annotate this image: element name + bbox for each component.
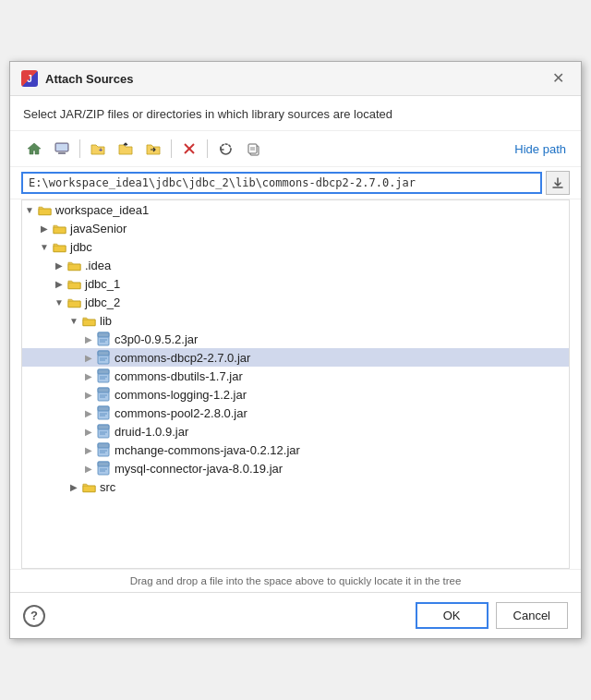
jar-icon (96, 461, 111, 476)
svg-rect-40 (98, 462, 109, 466)
jar-icon (96, 442, 111, 457)
help-button[interactable]: ? (23, 605, 45, 627)
tree-item[interactable]: commons-pool2-2.8.0.jar (22, 404, 569, 422)
folder-icon (37, 202, 52, 217)
tree-item[interactable]: javaSenior (22, 219, 569, 237)
tree-item[interactable]: mchange-commons-java-0.2.12.jar (22, 441, 569, 459)
tree-item-label: commons-dbcp2-2.7.0.jar (115, 351, 250, 365)
drag-hint: Drag and drop a file into the space abov… (10, 569, 581, 592)
toolbar-sep-1 (79, 139, 80, 158)
jar-icon (96, 387, 111, 402)
path-input[interactable] (21, 172, 542, 194)
hide-path-button[interactable]: Hide path (511, 140, 570, 158)
tree-item[interactable]: jdbc (22, 237, 569, 256)
folder-icon (52, 239, 66, 254)
delete-btn[interactable] (176, 137, 202, 161)
tree-item-label: workspace_idea1 (55, 203, 149, 217)
tree-item-label: druid-1.0.9.jar (115, 425, 188, 439)
toolbar-sep-2 (171, 139, 172, 158)
refresh-btn[interactable] (212, 137, 238, 161)
svg-rect-16 (98, 351, 109, 356)
footer: ? OK Cancel (10, 592, 581, 638)
title-bar: J Attach Sources ✕ (10, 62, 581, 96)
folder-icon (66, 295, 81, 309)
tree-item-label: lib (100, 314, 112, 328)
toolbar: + (10, 131, 581, 167)
copy-path-btn[interactable] (240, 137, 266, 161)
app-icon: J (21, 70, 38, 87)
svg-rect-2 (56, 144, 67, 151)
folder-icon (66, 276, 81, 291)
ok-button[interactable]: OK (416, 602, 488, 629)
tree-item[interactable]: workspace_idea1 (22, 200, 569, 219)
tree-item[interactable]: src (22, 477, 569, 496)
tree-item-label: jdbc (70, 240, 92, 254)
tree-item-label: .idea (85, 259, 111, 272)
tree-item[interactable]: commons-logging-1.2.jar (22, 385, 569, 404)
folder-icon (66, 258, 81, 272)
tree-toggle[interactable] (81, 387, 96, 402)
computer-btn[interactable] (49, 137, 75, 161)
footer-buttons: OK Cancel (416, 602, 568, 629)
tree-item-label: commons-dbutils-1.7.jar (115, 369, 243, 383)
tree-item[interactable]: mysql-connector-java-8.0.19.jar (22, 459, 569, 477)
dialog-title: Attach Sources (45, 72, 133, 86)
tree-item[interactable]: druid-1.0.9.jar (22, 422, 569, 441)
svg-rect-12 (98, 332, 109, 337)
path-row (10, 167, 581, 199)
folder-icon (52, 221, 66, 235)
tree-item[interactable]: commons-dbcp2-2.7.0.jar (22, 348, 569, 367)
file-tree[interactable]: workspace_idea1 javaSenior jdbc .idea jd… (21, 199, 570, 569)
description-text: Select JAR/ZIP files or directories in w… (10, 96, 581, 131)
cancel-button[interactable]: Cancel (496, 602, 568, 629)
close-button[interactable]: ✕ (547, 69, 570, 88)
svg-rect-28 (98, 406, 109, 411)
tree-item[interactable]: lib (22, 311, 569, 330)
tree-item[interactable]: .idea (22, 256, 569, 274)
tree-toggle[interactable] (81, 424, 96, 439)
tree-toggle[interactable] (37, 221, 52, 235)
folder-nav-btn[interactable] (140, 137, 166, 161)
new-folder-btn[interactable]: + (85, 137, 111, 161)
tree-toggle[interactable] (81, 405, 96, 420)
tree-item-label: src (100, 480, 115, 494)
tree-toggle[interactable] (81, 332, 96, 346)
jar-icon (96, 405, 111, 420)
tree-item[interactable]: c3p0-0.9.5.2.jar (22, 330, 569, 348)
tree-toggle[interactable] (66, 479, 81, 494)
svg-rect-20 (98, 369, 109, 374)
tree-item-label: commons-pool2-2.8.0.jar (115, 406, 247, 420)
tree-toggle[interactable] (81, 442, 96, 457)
tree-toggle[interactable] (52, 276, 66, 291)
tree-item-label: c3p0-0.9.5.2.jar (115, 332, 198, 346)
svg-rect-1 (58, 152, 66, 154)
folder-up-btn[interactable] (113, 137, 139, 161)
svg-rect-7 (248, 144, 257, 153)
home-btn[interactable] (21, 137, 47, 161)
folder-icon (81, 479, 96, 494)
path-download-btn[interactable] (546, 171, 570, 195)
tree-toggle[interactable] (81, 368, 96, 383)
tree-item-label: commons-logging-1.2.jar (115, 388, 247, 402)
svg-rect-24 (98, 388, 109, 392)
attach-sources-dialog: J Attach Sources ✕ Select JAR/ZIP files … (9, 61, 582, 639)
tree-toggle[interactable] (37, 239, 52, 254)
svg-rect-32 (98, 425, 109, 429)
jar-icon (96, 368, 111, 383)
tree-item[interactable]: jdbc_1 (22, 274, 569, 293)
toolbar-buttons: + (21, 137, 266, 161)
title-bar-left: J Attach Sources (21, 70, 133, 87)
tree-item[interactable]: jdbc_2 (22, 293, 569, 311)
tree-toggle[interactable] (52, 295, 66, 309)
svg-rect-36 (98, 443, 109, 448)
folder-icon (81, 313, 96, 328)
tree-toggle[interactable] (66, 313, 81, 328)
tree-item-label: mchange-commons-java-0.2.12.jar (115, 443, 300, 457)
tree-toggle[interactable] (52, 258, 66, 272)
tree-item[interactable]: commons-dbutils-1.7.jar (22, 367, 569, 385)
jar-icon (96, 424, 111, 439)
tree-toggle[interactable] (81, 461, 96, 476)
tree-toggle[interactable] (22, 202, 37, 217)
tree-item-label: jdbc_1 (85, 277, 120, 291)
tree-toggle[interactable] (81, 350, 96, 365)
